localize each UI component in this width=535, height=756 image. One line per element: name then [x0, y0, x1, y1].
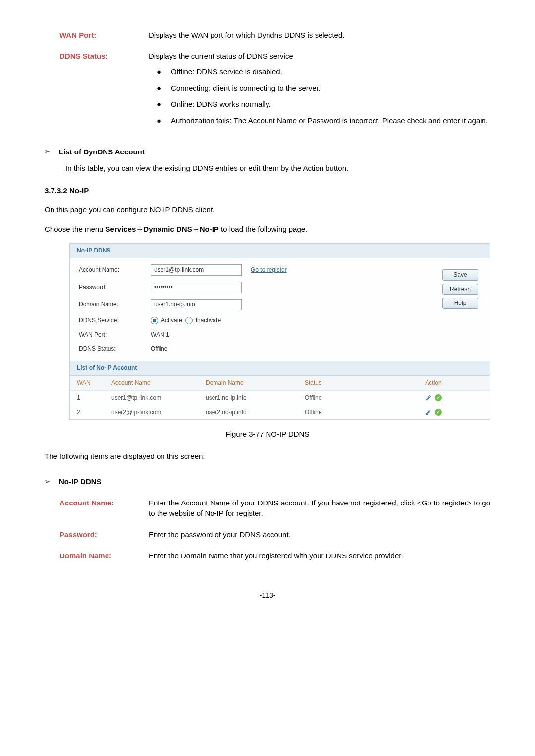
wan-port-value: WAN 1 — [151, 331, 169, 339]
bullet-icon: ● — [157, 99, 161, 109]
password-field-label: Password: — [59, 529, 149, 540]
status-bullet-text: Authorization fails: The Account Name or… — [171, 115, 488, 126]
bullet-icon: ● — [157, 83, 161, 93]
inactivate-radio[interactable] — [185, 317, 193, 324]
table-row: 2 user2@tp-link.com user2.no-ip.info Off… — [70, 405, 490, 420]
password-field-desc: Enter the password of your DDNS account. — [149, 529, 490, 540]
account-name-field-desc: Enter the Account Name of your DDNS acco… — [149, 498, 490, 518]
check-icon[interactable]: ✓ — [435, 409, 442, 416]
edit-icon[interactable] — [425, 394, 432, 401]
password-label: Password: — [79, 283, 151, 292]
th-wan: WAN — [77, 379, 111, 387]
wan-port-desc: Displays the WAN port for which Dyndns D… — [149, 30, 490, 40]
section-number: 3.7.3.2 No-IP — [45, 185, 490, 196]
bullet-icon: ● — [157, 115, 161, 126]
list-dyndns-desc: In this table, you can view the existing… — [65, 163, 490, 173]
activate-radio[interactable] — [151, 317, 158, 324]
wan-port-label: WAN Port: — [59, 30, 149, 40]
help-button[interactable]: Help — [442, 298, 478, 309]
edit-icon[interactable] — [425, 409, 432, 416]
panel-header-noip: No-IP DDNS — [70, 244, 490, 258]
ddns-status-row-label: DDNS Status: — [79, 345, 151, 353]
cell-account: user1@tp-link.com — [111, 394, 206, 402]
refresh-button[interactable]: Refresh — [442, 284, 478, 295]
arrow-icon: ➢ — [45, 477, 50, 486]
cell-wan: 2 — [77, 408, 111, 417]
arrow-icon: ➢ — [45, 147, 50, 156]
ddns-service-label: DDNS Service: — [79, 316, 151, 325]
inactivate-label: Inactivate — [196, 316, 221, 325]
noip-ddns-subheading: No-IP DDNS — [59, 476, 102, 487]
status-bullet-text: Online: DDNS works normally. — [171, 99, 270, 109]
bullet-icon: ● — [157, 66, 161, 77]
cell-account: user2@tp-link.com — [111, 408, 206, 417]
cell-domain: user2.no-ip.info — [206, 408, 305, 417]
th-account: Account Name — [111, 379, 206, 387]
th-domain: Domain Name — [206, 379, 305, 387]
intro-text-1: On this page you can configure NO-IP DDN… — [45, 204, 490, 215]
domain-name-field-label: Domain Name: — [59, 551, 149, 561]
ddns-status-list: ●Offline: DDNS service is disabled. ●Con… — [149, 66, 490, 126]
check-icon[interactable]: ✓ — [435, 394, 442, 401]
status-bullet-text: Offline: DDNS service is disabled. — [171, 66, 282, 77]
cell-domain: user1.no-ip.info — [206, 394, 305, 402]
table-header-row: WAN Account Name Domain Name Status Acti… — [70, 376, 490, 390]
account-name-field-label: Account Name: — [59, 498, 149, 518]
figure-caption: Figure 3-77 NO-IP DDNS — [45, 429, 490, 439]
table-row: 1 user1@tp-link.com user1.no-ip.info Off… — [70, 390, 490, 405]
th-status: Status — [305, 379, 384, 387]
cell-status: Offline — [305, 408, 384, 417]
cell-status: Offline — [305, 394, 384, 402]
panel-header-list: List of No-IP Account — [70, 361, 490, 376]
ddns-status-desc: Displays the current status of DDNS serv… — [149, 51, 490, 61]
domain-name-input[interactable]: user1.no-ip.info — [151, 299, 242, 310]
th-action: Action — [384, 379, 483, 387]
password-input[interactable]: ••••••••• — [151, 282, 242, 293]
activate-label: Activate — [161, 316, 182, 325]
go-to-register-link[interactable]: Go to register — [251, 266, 287, 274]
displayed-intro: The following items are displayed on thi… — [45, 451, 490, 461]
domain-name-label: Domain Name: — [79, 301, 151, 309]
intro-text-2: Choose the menu Services→Dynamic DNS→No-… — [45, 224, 490, 234]
list-dyndns-heading: List of DynDNS Account — [59, 147, 145, 157]
wan-port-row-label: WAN Port: — [79, 331, 151, 339]
save-button[interactable]: Save — [442, 269, 478, 281]
page-number: -113- — [45, 591, 490, 601]
ddns-status-label: DDNS Status: — [59, 51, 149, 132]
noip-ddns-panel: No-IP DDNS Account Name: user1@tp-link.c… — [69, 243, 490, 420]
domain-name-field-desc: Enter the Domain Name that you registere… — [149, 551, 490, 561]
status-bullet-text: Connecting: client is connecting to the … — [171, 83, 321, 93]
cell-wan: 1 — [77, 394, 111, 402]
account-name-input[interactable]: user1@tp-link.com — [151, 264, 242, 276]
account-name-label: Account Name: — [79, 266, 151, 274]
ddns-status-value: Offline — [151, 345, 167, 353]
